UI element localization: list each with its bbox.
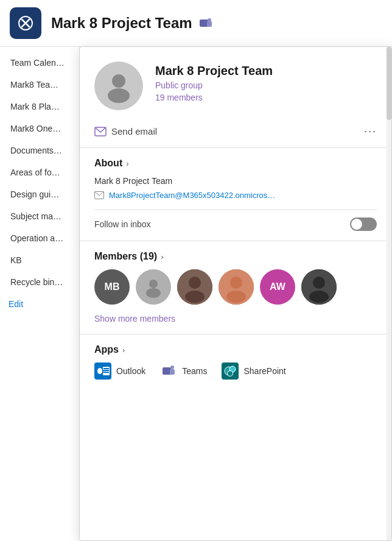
svg-rect-23 xyxy=(103,368,109,369)
page-title: Mark 8 Project Team xyxy=(51,15,213,32)
about-chevron-icon: › xyxy=(126,159,128,168)
svg-point-13 xyxy=(189,277,201,289)
members-chevron-icon: › xyxy=(161,252,163,261)
sidebar-item-mark8-team[interactable]: Mark8 Tea… xyxy=(0,74,83,96)
apps-header[interactable]: Apps › xyxy=(94,344,377,355)
svg-point-5 xyxy=(208,18,211,22)
follow-label: Follow in inbox xyxy=(94,219,151,229)
teams-label: Teams xyxy=(182,366,207,376)
member4-photo-icon xyxy=(219,269,254,305)
group-type: Public group xyxy=(155,80,273,90)
scrollbar-track xyxy=(387,47,391,540)
sharepoint-label: SharePoint xyxy=(243,366,285,376)
svg-point-27 xyxy=(97,368,102,374)
outlook-label: Outlook xyxy=(116,366,145,376)
group-name: Mark 8 Project Team xyxy=(155,64,273,78)
sidebar-item-subject-matter[interactable]: Subject ma… xyxy=(0,205,83,227)
svg-point-20 xyxy=(309,291,329,303)
apps-chevron-icon: › xyxy=(122,345,125,355)
group-popup: Mark 8 Project Team Public group 19 memb… xyxy=(79,46,392,541)
sharepoint-icon xyxy=(222,362,239,380)
toggle-knob xyxy=(351,219,362,230)
svg-point-19 xyxy=(313,277,325,289)
teams-header-icon xyxy=(198,16,213,30)
about-title: About xyxy=(94,158,122,169)
about-email-row: Mark8ProjectTeam@M365x503422.onmicros… xyxy=(94,191,377,200)
sidebar-item-team-calendar[interactable]: Team Calen… xyxy=(0,52,83,74)
svg-rect-25 xyxy=(103,372,109,373)
more-options-button[interactable]: ··· xyxy=(364,125,377,138)
app-item-teams[interactable]: Teams xyxy=(160,362,207,380)
sidebar-item-mark8-one[interactable]: Mark8 One… xyxy=(0,118,83,140)
scrollbar-thumb[interactable] xyxy=(387,47,391,120)
title-text: Mark 8 Project Team xyxy=(51,15,192,32)
profile-section: Mark 8 Project Team Public group 19 memb… xyxy=(80,47,391,120)
svg-point-7 xyxy=(108,88,130,103)
members-header[interactable]: Members (19) › xyxy=(94,251,377,262)
apps-list: Outlook Teams xyxy=(94,362,377,380)
svg-point-17 xyxy=(226,291,246,303)
member-avatar-6[interactable] xyxy=(301,269,337,305)
about-email[interactable]: Mark8ProjectTeam@M365x503422.onmicros… xyxy=(109,191,275,200)
outlook-icon xyxy=(94,362,111,380)
profile-info: Mark 8 Project Team Public group 19 memb… xyxy=(155,62,273,102)
show-more-members-button[interactable]: Show more members xyxy=(94,314,175,324)
svg-rect-4 xyxy=(207,21,212,27)
main-layout: Team Calen… Mark8 Tea… Mark 8 Pla… Mark8… xyxy=(0,47,392,541)
app-item-outlook[interactable]: Outlook xyxy=(94,362,145,380)
member-avatar-3[interactable] xyxy=(177,269,212,305)
svg-point-6 xyxy=(112,74,125,88)
about-email-icon xyxy=(94,191,104,199)
send-email-button[interactable]: Send email xyxy=(94,126,157,136)
member-avatar-4[interactable] xyxy=(219,269,254,305)
sidebar-item-kb[interactable]: KB xyxy=(0,249,83,271)
member-avatar-aw[interactable]: AW xyxy=(260,269,295,305)
popup-scroll-area[interactable]: Mark 8 Project Team Public group 19 memb… xyxy=(80,47,391,540)
member6-photo-icon xyxy=(301,269,337,305)
svg-point-11 xyxy=(146,288,161,298)
sidebar-item-documents[interactable]: Documents… xyxy=(0,140,83,161)
app-logo xyxy=(10,7,41,39)
members-section: Members (19) › MB xyxy=(80,241,391,334)
group-members-count: 19 members xyxy=(155,93,273,102)
svg-point-30 xyxy=(170,366,174,369)
sidebar-item-operation[interactable]: Operation a… xyxy=(0,227,83,249)
about-section: About › Mark 8 Project Team Mark8Project… xyxy=(80,148,391,241)
follow-row: Follow in inbox xyxy=(94,217,377,231)
group-avatar xyxy=(94,62,143,110)
member-avatar-anon[interactable] xyxy=(136,269,171,305)
app-item-sharepoint[interactable]: SharePoint xyxy=(222,362,285,380)
apps-section: Apps › xyxy=(80,334,391,389)
member-avatar-mb[interactable]: MB xyxy=(94,269,130,305)
members-avatars: MB xyxy=(94,269,377,305)
apps-title: Apps xyxy=(94,344,119,355)
sidebar-edit-link[interactable]: Edit xyxy=(0,293,83,315)
header: Mark 8 Project Team xyxy=(0,0,392,47)
anon-silhouette-icon xyxy=(142,276,164,298)
svg-point-35 xyxy=(228,371,233,376)
actions-bar: Send email ··· xyxy=(80,120,391,148)
sidebar-item-areas-of-focus[interactable]: Areas of fo… xyxy=(0,161,83,183)
member3-photo-icon xyxy=(177,269,212,305)
teams-icon xyxy=(160,362,177,380)
sidebar-item-mark8-plan[interactable]: Mark 8 Pla… xyxy=(0,96,83,118)
follow-toggle[interactable] xyxy=(350,217,377,231)
members-title: Members (19) xyxy=(94,251,157,262)
svg-rect-28 xyxy=(163,367,171,375)
svg-point-10 xyxy=(149,280,158,288)
svg-point-14 xyxy=(185,291,205,303)
svg-rect-29 xyxy=(170,369,175,375)
send-email-label: Send email xyxy=(111,126,157,136)
sidebar-item-design-guide[interactable]: Design gui… xyxy=(0,183,83,205)
svg-point-16 xyxy=(230,277,242,289)
svg-rect-24 xyxy=(103,370,109,371)
sidebar-item-recycle-bin[interactable]: Recycle bin… xyxy=(0,271,83,293)
about-group-name: Mark 8 Project Team xyxy=(94,176,377,186)
email-icon xyxy=(94,127,107,136)
about-divider xyxy=(94,210,377,210)
about-header[interactable]: About › xyxy=(94,158,377,169)
svg-rect-3 xyxy=(200,19,208,27)
sidebar: Team Calen… Mark8 Tea… Mark 8 Pla… Mark8… xyxy=(0,47,84,541)
